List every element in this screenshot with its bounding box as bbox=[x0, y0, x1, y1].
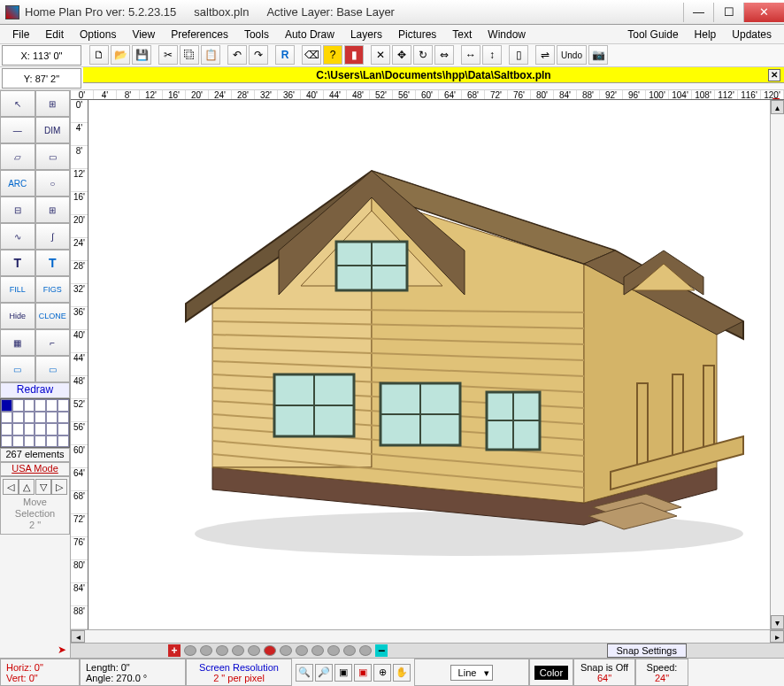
scroll-up-icon[interactable]: ▴ bbox=[771, 100, 784, 114]
undo-icon[interactable]: ↶ bbox=[227, 45, 247, 65]
tool-box1[interactable]: ▭ bbox=[0, 356, 35, 382]
menu-pictures[interactable]: Pictures bbox=[391, 27, 443, 42]
palette-swatch[interactable] bbox=[1, 412, 12, 424]
horizontal-scrollbar[interactable]: ◂ ▸ bbox=[71, 629, 784, 643]
palette-swatch[interactable] bbox=[1, 399, 12, 412]
move-right-icon[interactable]: ▷ bbox=[51, 479, 67, 495]
menu-layers[interactable]: Layers bbox=[343, 27, 389, 42]
copy-icon[interactable]: ⿻ bbox=[180, 45, 199, 65]
maximize-button[interactable]: ☐ bbox=[713, 3, 743, 22]
layer-tab[interactable] bbox=[248, 645, 260, 656]
palette-swatch[interactable] bbox=[35, 399, 46, 412]
tool-door[interactable]: ⊞ bbox=[35, 197, 71, 223]
palette-swatch[interactable] bbox=[46, 435, 58, 448]
palette-swatch[interactable] bbox=[58, 412, 69, 424]
tool-clone[interactable]: CLONE bbox=[35, 303, 71, 329]
tool-circle[interactable]: ○ bbox=[35, 170, 71, 197]
palette-swatch[interactable] bbox=[58, 435, 69, 448]
palette-swatch[interactable] bbox=[12, 435, 24, 448]
save-icon[interactable]: 💾 bbox=[132, 45, 151, 65]
snap-settings-button[interactable]: Snap Settings bbox=[607, 644, 688, 658]
color-palette[interactable] bbox=[0, 398, 70, 448]
move-up-icon[interactable]: △ bbox=[19, 479, 35, 495]
camera-icon[interactable]: 📷 bbox=[588, 45, 608, 65]
tool-box2[interactable]: ▭ bbox=[35, 356, 71, 382]
equal-icon[interactable]: ⇌ bbox=[535, 45, 555, 65]
flip-h-icon[interactable]: ⇔ bbox=[434, 45, 454, 65]
stretch-h-icon[interactable]: ↔ bbox=[461, 45, 480, 65]
menu-tools[interactable]: Tools bbox=[237, 27, 276, 42]
menu-options[interactable]: Options bbox=[73, 27, 123, 42]
stretch-v-icon[interactable]: ↕ bbox=[482, 45, 502, 65]
vertical-scrollbar[interactable]: ▴ ▾ bbox=[770, 100, 784, 629]
zoom-fit-icon[interactable]: ▣ bbox=[334, 664, 352, 682]
tool-marquee[interactable]: ⊞ bbox=[35, 90, 71, 117]
menu-autodraw[interactable]: Auto Draw bbox=[278, 27, 342, 42]
filepath-close-icon[interactable]: ✕ bbox=[768, 69, 780, 81]
palette-swatch[interactable] bbox=[24, 412, 35, 424]
scroll-track[interactable] bbox=[85, 630, 770, 643]
palette-swatch[interactable] bbox=[35, 435, 46, 448]
tool-curve1[interactable]: ∿ bbox=[0, 223, 35, 250]
palette-swatch[interactable] bbox=[1, 423, 12, 435]
palette-swatch[interactable] bbox=[58, 423, 69, 435]
minimize-button[interactable]: — bbox=[683, 3, 713, 22]
layer-tab-active[interactable] bbox=[264, 645, 276, 656]
menu-text[interactable]: Text bbox=[445, 27, 479, 42]
move-left-icon[interactable]: ◁ bbox=[3, 479, 19, 495]
layer-tab[interactable] bbox=[343, 645, 356, 656]
tool-select[interactable]: ↖ bbox=[0, 90, 35, 117]
tool-rect[interactable]: ▭ bbox=[35, 143, 71, 170]
palette-swatch[interactable] bbox=[1, 435, 12, 448]
eraser-icon[interactable]: ⌫ bbox=[302, 45, 321, 65]
tool-curve2[interactable]: ∫ bbox=[35, 223, 71, 250]
tool-text-fast[interactable]: T bbox=[35, 250, 71, 276]
layer-tab[interactable] bbox=[184, 645, 196, 656]
scroll-right-icon[interactable]: ▸ bbox=[770, 630, 784, 643]
palette-swatch[interactable] bbox=[12, 412, 24, 424]
help-icon[interactable]: ? bbox=[323, 45, 342, 65]
undo-text-button[interactable]: Undo bbox=[557, 45, 587, 65]
tool-polygon[interactable]: ▱ bbox=[0, 143, 35, 170]
scroll-down-icon[interactable]: ▾ bbox=[771, 615, 784, 629]
align-icon[interactable]: ▯ bbox=[509, 45, 528, 65]
new-icon[interactable]: 🗋 bbox=[89, 45, 109, 65]
shape-dropdown[interactable]: Line bbox=[450, 665, 494, 681]
exit-icon[interactable]: ▮ bbox=[344, 45, 364, 65]
zoom-hand-icon[interactable]: ✋ bbox=[393, 664, 411, 682]
layer-tab[interactable] bbox=[311, 645, 324, 656]
close-button[interactable]: ✕ bbox=[743, 3, 784, 22]
menu-edit[interactable]: Edit bbox=[38, 27, 71, 42]
tool-window[interactable]: ⊟ bbox=[0, 197, 35, 223]
layer-tab[interactable] bbox=[359, 645, 372, 656]
tool-dim[interactable]: DIM bbox=[35, 117, 71, 143]
open-icon[interactable]: 📂 bbox=[111, 45, 130, 65]
drawing-canvas[interactable] bbox=[88, 100, 770, 629]
scroll-track[interactable] bbox=[771, 114, 784, 615]
move-down-icon[interactable]: ▽ bbox=[35, 479, 51, 495]
zoom-in-icon[interactable]: 🔍 bbox=[296, 664, 313, 682]
layer-tab[interactable] bbox=[280, 645, 292, 656]
palette-swatch[interactable] bbox=[24, 435, 35, 448]
status-snap[interactable]: Snap is Off 64" bbox=[573, 659, 635, 686]
palette-swatch[interactable] bbox=[58, 399, 69, 412]
palette-swatch[interactable] bbox=[35, 412, 46, 424]
palette-swatch[interactable] bbox=[12, 399, 24, 412]
menu-updates[interactable]: Updates bbox=[725, 27, 779, 42]
menu-file[interactable]: File bbox=[5, 27, 36, 42]
zoom-select-icon[interactable]: ▣ bbox=[354, 664, 372, 682]
tool-figs[interactable]: FIGS bbox=[35, 276, 71, 303]
menu-preferences[interactable]: Preferences bbox=[164, 27, 235, 42]
menu-help[interactable]: Help bbox=[688, 27, 724, 42]
tool-hide[interactable]: Hide bbox=[0, 303, 35, 329]
menu-toolguide[interactable]: Tool Guide bbox=[620, 27, 685, 42]
tool-fill[interactable]: FILL bbox=[0, 276, 35, 303]
zoom-pan-icon[interactable]: ⊕ bbox=[373, 664, 391, 682]
palette-swatch[interactable] bbox=[12, 423, 24, 435]
rotate-icon[interactable]: ↻ bbox=[413, 45, 433, 65]
palette-swatch[interactable] bbox=[46, 412, 58, 424]
palette-swatch[interactable] bbox=[24, 423, 35, 435]
menu-window[interactable]: Window bbox=[480, 27, 533, 42]
tool-image[interactable]: ▦ bbox=[0, 329, 35, 356]
color-button[interactable]: Color bbox=[534, 666, 568, 680]
